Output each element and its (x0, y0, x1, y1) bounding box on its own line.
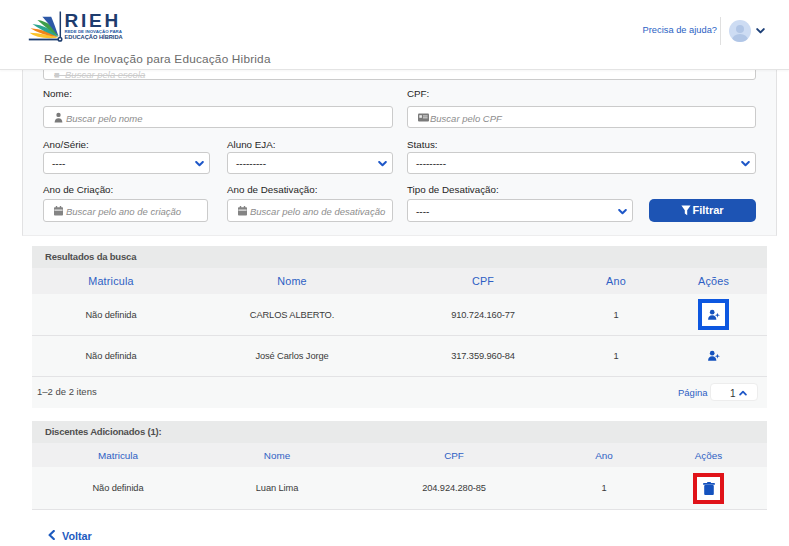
svg-text:EDUCAÇÃO HÍBRIDA: EDUCAÇÃO HÍBRIDA (65, 33, 123, 40)
svg-text:RIEH: RIEH (65, 10, 122, 31)
